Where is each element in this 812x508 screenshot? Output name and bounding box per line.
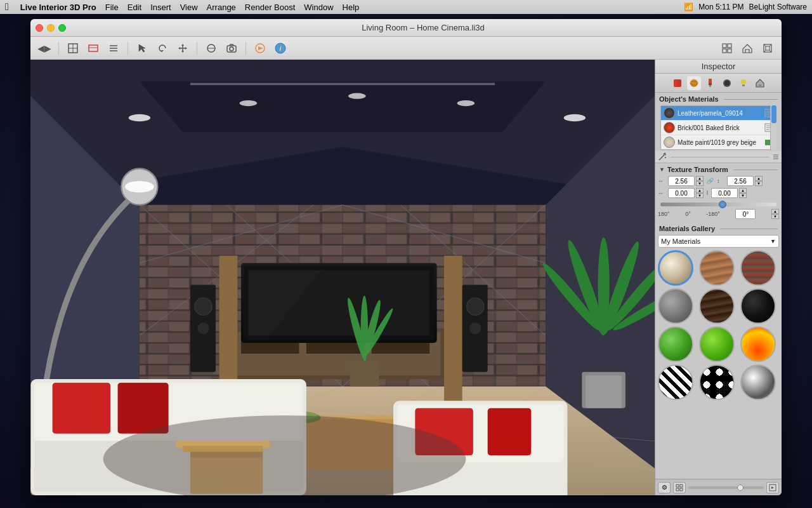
- material-item-leather[interactable]: Leather/pamela_09014: [661, 106, 776, 121]
- gallery-grid: [658, 250, 779, 400]
- gallery-item-bright-green[interactable]: [699, 326, 735, 362]
- svg-rect-20: [728, 49, 731, 53]
- tx-offset-y-input[interactable]: 0.00: [711, 188, 738, 198]
- close-button[interactable]: [36, 24, 43, 32]
- svg-marker-34: [140, 81, 546, 132]
- camera-tool[interactable]: [223, 39, 240, 57]
- gallery-item-dark-wood[interactable]: [699, 288, 735, 324]
- menu-app[interactable]: Live Interior 3D Pro: [20, 3, 96, 12]
- options-icon[interactable]: [773, 154, 779, 160]
- rotation-input[interactable]: 0°: [735, 209, 756, 219]
- gallery-dropdown[interactable]: My Materials ▼: [658, 235, 779, 248]
- sphere-tool[interactable]: [202, 39, 220, 57]
- svg-point-38: [348, 93, 365, 99]
- svg-point-13: [230, 47, 233, 51]
- maximize-button[interactable]: [58, 24, 66, 32]
- svg-point-79: [467, 298, 484, 315]
- svg-rect-35: [190, 83, 495, 85]
- menu-arrange[interactable]: Arrange: [207, 3, 236, 12]
- floor-plan-btn[interactable]: [64, 39, 82, 57]
- gallery-item-green[interactable]: [658, 326, 693, 362]
- zoom-thumb[interactable]: [737, 485, 743, 491]
- tab-lighting[interactable]: [737, 76, 750, 90]
- tx-width-x-stepper[interactable]: ▲ ▼: [696, 176, 704, 186]
- wand-icon[interactable]: [658, 152, 667, 161]
- material-item-matte[interactable]: Matte paint/1019 grey beige: [661, 135, 776, 149]
- grid-view-button[interactable]: [673, 482, 686, 493]
- menu-render[interactable]: Render Boost: [245, 3, 296, 12]
- menu-view[interactable]: View: [180, 3, 198, 12]
- list-btn[interactable]: [105, 39, 122, 57]
- tx-width-x-input[interactable]: 2.56: [668, 176, 695, 186]
- zoom-slider[interactable]: [688, 486, 764, 489]
- gallery-item-chrome[interactable]: [740, 364, 776, 400]
- svg-rect-22: [766, 46, 769, 50]
- tab-paint[interactable]: [704, 76, 717, 90]
- house-btn[interactable]: [738, 39, 756, 57]
- svg-point-37: [240, 100, 257, 106]
- svg-rect-142: [676, 485, 679, 487]
- gear-button[interactable]: ⚙: [658, 482, 671, 493]
- material-item-brick[interactable]: Brick/001 Baked Brick: [661, 121, 776, 135]
- rotation-stepper[interactable]: ▲ ▼: [771, 209, 779, 219]
- tx-step-down-1[interactable]: ▼: [696, 181, 704, 186]
- inspector-title: Inspector: [655, 60, 782, 74]
- rotate-tool[interactable]: [154, 39, 171, 57]
- tab-material[interactable]: [671, 76, 684, 90]
- grid-btn[interactable]: [718, 39, 736, 57]
- tx-step-down-4[interactable]: ▼: [739, 193, 747, 198]
- perspective-btn[interactable]: [759, 39, 776, 57]
- menu-insert[interactable]: Insert: [150, 3, 171, 12]
- gallery-item-concrete[interactable]: [658, 288, 693, 324]
- menu-help[interactable]: Help: [343, 3, 360, 12]
- menu-edit[interactable]: Edit: [128, 3, 141, 12]
- viewport[interactable]: [30, 60, 655, 495]
- tx-step-up-3[interactable]: ▲: [696, 188, 704, 193]
- back-forward-btn[interactable]: ◀▶: [36, 39, 53, 57]
- menu-window[interactable]: Window: [304, 3, 333, 12]
- tab-texture[interactable]: [720, 76, 734, 90]
- svg-rect-106: [488, 408, 532, 455]
- tx-step-up-1[interactable]: ▲: [696, 176, 704, 181]
- gallery-item-fire[interactable]: [740, 326, 776, 362]
- menu-file[interactable]: File: [105, 3, 119, 12]
- info-btn[interactable]: i: [272, 39, 289, 57]
- rotation-slider[interactable]: [660, 203, 776, 206]
- tx-step-up-2[interactable]: ▲: [755, 176, 763, 181]
- tx-step-up-4[interactable]: ▲: [739, 188, 747, 193]
- gallery-item-spots[interactable]: [699, 364, 735, 400]
- move-tool[interactable]: [174, 39, 192, 57]
- tx-width-y-input[interactable]: 2.56: [727, 176, 754, 186]
- tab-sphere[interactable]: [687, 76, 701, 90]
- tx-icon-h1: ↕: [717, 178, 726, 184]
- import-button[interactable]: [766, 482, 779, 493]
- minimize-button[interactable]: [47, 24, 55, 32]
- gallery-item-wood-light[interactable]: [699, 250, 735, 286]
- section-divider-1: [724, 99, 778, 100]
- apple-menu[interactable]: : [5, 1, 9, 13]
- select-tool[interactable]: [133, 39, 151, 57]
- rot-step-up[interactable]: ▲: [771, 209, 779, 214]
- materials-scrollbar[interactable]: [770, 105, 776, 150]
- tab-house[interactable]: [753, 76, 767, 90]
- tx-offset-x-input[interactable]: 0.00: [668, 188, 695, 198]
- section-divider-2: [733, 170, 778, 170]
- gallery-item-very-dark[interactable]: [740, 288, 776, 324]
- view-btn[interactable]: [84, 39, 102, 57]
- tx-offset-x-stepper[interactable]: ▲ ▼: [696, 188, 704, 198]
- gallery-item-zebra[interactable]: [658, 364, 693, 400]
- rotation-slider-thumb[interactable]: [719, 201, 726, 208]
- tx-width-y-stepper[interactable]: ▲ ▼: [755, 176, 763, 186]
- render-btn[interactable]: [251, 39, 269, 57]
- rotation-values-row: 180° 0° -180° 0° ▲ ▼: [658, 209, 779, 219]
- tx-offset-y-stepper[interactable]: ▲ ▼: [739, 188, 747, 198]
- gallery-section: My Materials ▼: [655, 234, 782, 401]
- svg-rect-143: [680, 485, 683, 487]
- link-icon[interactable]: 🔗: [705, 178, 716, 184]
- rot-step-down[interactable]: ▼: [771, 214, 779, 219]
- gallery-item-beige[interactable]: [658, 250, 693, 286]
- tx-step-down-2[interactable]: ▼: [755, 181, 763, 186]
- gallery-item-brick[interactable]: [740, 250, 776, 286]
- tx-step-down-3[interactable]: ▼: [696, 193, 704, 198]
- toolbar-sep-3: [197, 42, 197, 55]
